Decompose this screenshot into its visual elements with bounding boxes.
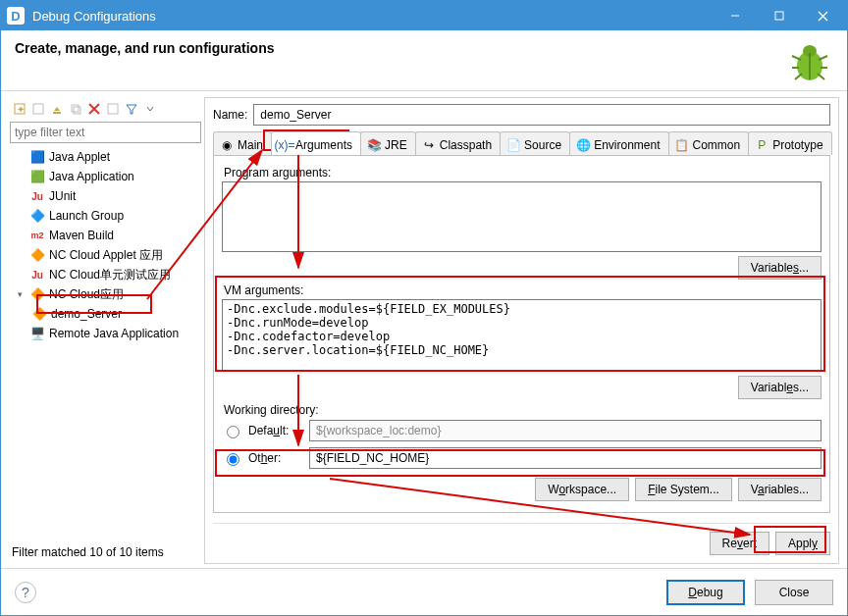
svg-rect-18: [74, 107, 80, 114]
java-app-icon: 🟩: [29, 169, 45, 184]
tree-item-nc-cloud-applet[interactable]: 🔶NC Cloud Applet 应用: [10, 245, 201, 265]
program-args-input[interactable]: [222, 181, 822, 252]
left-panel: ✦ 🟦Java Applet 🟩Java Application JuJUnit…: [9, 97, 202, 564]
close-window-button[interactable]: [801, 1, 845, 30]
junit-icon: Ju: [29, 188, 45, 204]
tree-item-junit[interactable]: JuJUnit: [10, 186, 201, 206]
nc-unit-icon: Ju: [29, 267, 45, 282]
vm-args-label: VM arguments:: [224, 283, 822, 297]
arguments-pane: Program arguments: Variables... VM argum…: [213, 156, 830, 513]
tab-main[interactable]: ◉Main: [213, 131, 272, 155]
minimize-button[interactable]: [713, 1, 757, 30]
help-icon[interactable]: ?: [15, 582, 36, 603]
wd-variables-button[interactable]: Variables...: [738, 478, 822, 501]
svg-line-11: [818, 74, 824, 79]
new-config-icon[interactable]: ✦: [11, 100, 28, 118]
program-args-label: Program arguments:: [224, 166, 822, 180]
name-input[interactable]: [253, 104, 830, 126]
workspace-button[interactable]: Workspace...: [535, 478, 629, 501]
wd-default-label: Default:: [248, 424, 303, 437]
wd-other-input[interactable]: [309, 447, 822, 469]
tree-item-java-application[interactable]: 🟩Java Application: [10, 167, 201, 186]
header-title: Create, manage, and run configurations: [15, 40, 275, 56]
tab-environment[interactable]: 🌐Environment: [569, 131, 668, 155]
left-toolbar: ✦: [10, 98, 201, 120]
svg-text:✦: ✦: [17, 104, 25, 115]
delete-icon[interactable]: [85, 100, 103, 118]
title-bar: D Debug Configurations: [1, 1, 847, 30]
remote-java-icon: 🖥️: [29, 326, 45, 341]
applet-icon: 🟦: [29, 149, 45, 165]
filter-funnel-icon[interactable]: [123, 100, 140, 118]
launch-group-icon: 🔷: [29, 208, 45, 224]
app-logo-icon: D: [7, 7, 25, 25]
wd-other-label: Other:: [248, 451, 303, 465]
tab-arguments[interactable]: (x)=Arguments: [271, 131, 361, 155]
svg-rect-15: [33, 104, 43, 114]
maximize-button[interactable]: [757, 1, 801, 30]
revert-button[interactable]: Revert: [710, 532, 769, 555]
prototype-tab-icon: P: [755, 138, 768, 152]
bug-icon: [786, 38, 833, 85]
apply-button[interactable]: Apply: [775, 532, 830, 555]
vm-args-input[interactable]: [222, 299, 822, 372]
duplicate-icon[interactable]: [67, 100, 84, 118]
working-dir-label: Working directory:: [224, 403, 822, 417]
tab-common[interactable]: 📋Common: [668, 131, 750, 155]
tree-item-maven-build[interactable]: m2Maven Build: [10, 226, 201, 245]
common-tab-icon: 📋: [675, 138, 689, 152]
svg-rect-17: [72, 105, 79, 112]
maven-icon: m2: [29, 228, 45, 243]
tab-classpath[interactable]: ↪Classpath: [415, 131, 501, 155]
tab-jre[interactable]: 📚JRE: [360, 131, 416, 155]
filter-input[interactable]: [10, 122, 201, 143]
name-label: Name:: [213, 108, 247, 122]
demo-server-icon: 🔶: [31, 306, 47, 322]
body: ✦ 🟦Java Applet 🟩Java Application JuJUnit…: [1, 91, 847, 568]
nc-applet-icon: 🔶: [29, 247, 45, 263]
svg-line-10: [795, 74, 802, 79]
right-panel: Name: ◉Main (x)=Arguments 📚JRE ↪Classpat…: [204, 97, 839, 564]
close-button[interactable]: Close: [755, 580, 833, 605]
tree-item-nc-cloud-app[interactable]: ▾🔶NC Cloud应用: [10, 284, 201, 304]
window-title: Debug Configurations: [32, 9, 156, 24]
header: Create, manage, and run configurations: [1, 30, 847, 91]
classpath-tab-icon: ↪: [422, 138, 436, 152]
tab-source[interactable]: 📄Source: [500, 131, 570, 155]
tree-item-nc-cloud-unittest[interactable]: JuNC Cloud单元测试应用: [10, 265, 201, 284]
tabs: ◉Main (x)=Arguments 📚JRE ↪Classpath 📄Sou…: [213, 131, 830, 156]
nc-app-icon: 🔶: [29, 286, 45, 302]
vm-variables-button[interactable]: Variables...: [738, 376, 822, 399]
config-tree[interactable]: 🟦Java Applet 🟩Java Application JuJUnit 🔷…: [10, 147, 201, 541]
main-tab-icon: ◉: [220, 138, 234, 152]
export-icon[interactable]: [48, 100, 66, 118]
svg-rect-21: [108, 104, 118, 114]
source-tab-icon: 📄: [506, 138, 520, 152]
environment-tab-icon: 🌐: [576, 138, 590, 152]
tree-item-launch-group[interactable]: 🔷Launch Group: [10, 206, 201, 226]
menu-chevron-icon[interactable]: [141, 100, 159, 118]
tree-item-remote-java[interactable]: 🖥️Remote Java Application: [10, 324, 201, 343]
arguments-tab-icon: (x)=: [278, 138, 292, 152]
jre-tab-icon: 📚: [367, 138, 381, 152]
tab-prototype[interactable]: PPrototype: [748, 131, 831, 155]
svg-rect-16: [53, 112, 61, 114]
footer: ? Debug Close: [1, 568, 847, 615]
filter-status: Filter matched 10 of 10 items: [10, 541, 201, 563]
program-variables-button[interactable]: Variables...: [738, 256, 822, 280]
wd-default-input: [309, 420, 822, 441]
file-system-button[interactable]: File System...: [635, 478, 732, 501]
filter-settings-icon[interactable]: [104, 100, 122, 118]
debug-button[interactable]: Debug: [666, 580, 745, 605]
wd-default-radio[interactable]: [227, 426, 239, 438]
tree-item-demo-server[interactable]: 🔶demo_Server: [10, 304, 201, 324]
new-proto-icon[interactable]: [29, 100, 47, 118]
svg-rect-1: [775, 12, 783, 20]
wd-other-radio[interactable]: [227, 453, 239, 466]
tree-item-java-applet[interactable]: 🟦Java Applet: [10, 147, 201, 167]
